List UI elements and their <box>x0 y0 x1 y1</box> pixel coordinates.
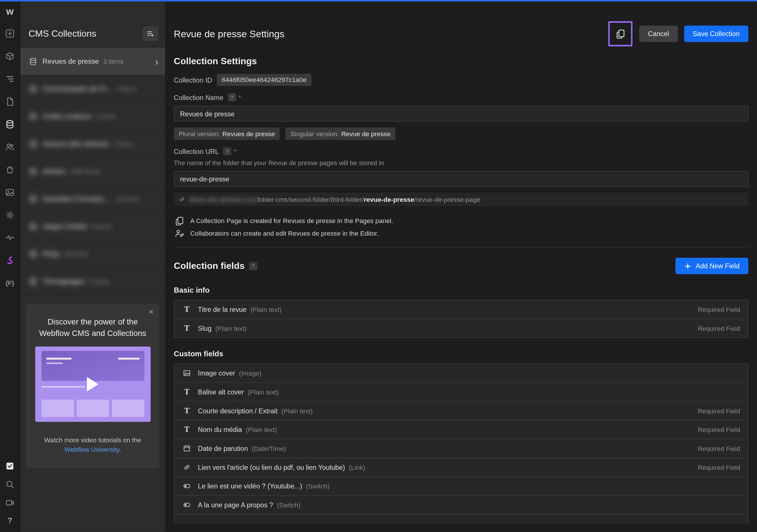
webflow-university-link[interactable]: Webflow University <box>65 446 119 453</box>
help-icon[interactable] <box>228 93 236 102</box>
field-type-icon <box>182 482 192 490</box>
collection-url-input[interactable] <box>174 171 748 187</box>
promo-card: Discover the power of the Webflow CMS an… <box>26 304 159 468</box>
play-icon[interactable] <box>87 377 98 391</box>
collection-name: Codes couleurs <box>43 112 91 120</box>
collection-stack-icon <box>29 277 37 286</box>
collection-list-item[interactable]: Communiqués de Pr... 4 items <box>20 76 165 103</box>
field-row[interactable]: Balise alt cover (Plain text) <box>174 382 748 402</box>
calendar-icon <box>183 445 191 452</box>
field-row[interactable]: Courte description / Extrait (Plain text… <box>174 401 748 420</box>
text-icon <box>184 406 190 415</box>
toolbar-checklist-button[interactable] <box>0 456 20 475</box>
collection-list-item[interactable]: Garanties Formules ... 12 items <box>20 185 165 213</box>
cancel-button[interactable]: Cancel <box>639 25 678 42</box>
collaborators-note: Collaborators can create and edit Revues… <box>174 229 748 238</box>
help-icon[interactable] <box>223 147 231 156</box>
collaborators-icon <box>175 229 184 238</box>
toolbar-add-button[interactable] <box>0 22 20 45</box>
collection-name: Communiqués de Pr... <box>43 85 112 93</box>
promo-title: Discover the power of the Webflow CMS an… <box>34 316 152 339</box>
toolbar-video-button[interactable] <box>0 493 20 512</box>
toolbar-pages-button[interactable] <box>0 90 20 113</box>
pages-copy-icon <box>175 216 184 225</box>
collection-url-helper: The name of the folder that your Revue d… <box>174 159 748 167</box>
field-label: A la une page A propos ? <box>198 501 273 509</box>
collection-page-note: A Collection Page is created for Revues … <box>174 216 748 225</box>
collection-name-input[interactable] <box>174 106 748 122</box>
pages-icon <box>6 97 15 106</box>
collection-item-content: Jargon Ombré 8 items <box>29 222 159 231</box>
field-label: Slug <box>198 325 211 332</box>
collection-list-item[interactable]: Auteurs (des articles) 2 items <box>20 130 165 158</box>
checklist-icon <box>6 461 15 470</box>
toolbar-cms-button[interactable] <box>0 113 20 136</box>
collection-fields-header: Collection fields Add New Field <box>174 258 748 274</box>
add-panel-icon <box>6 29 15 38</box>
field-row[interactable]: A la une page A propos ? (Switch) <box>174 495 748 515</box>
custom-field-rows: Image cover (Image) Balise alt <box>174 363 748 515</box>
collection-stack-icon <box>29 112 37 121</box>
field-row[interactable]: Titre de la revue (Plain text) Required … <box>174 300 748 319</box>
version-chips: Plural version: Revues de presse Singula… <box>174 128 748 140</box>
required-asterisk <box>234 147 236 155</box>
field-type-icon <box>182 388 192 396</box>
collection-name: Auteurs (des articles) <box>43 140 108 148</box>
toolbar-logic-button[interactable]: {F} <box>0 272 20 295</box>
collection-list-item[interactable]: Revues de presse 3 items <box>20 48 165 76</box>
toolbar-ecommerce-button[interactable] <box>0 158 20 181</box>
collection-stack-icon <box>29 85 37 93</box>
field-row[interactable]: Lien vers l'article (ou lien du pdf, ou … <box>174 457 748 477</box>
toolbar-help-button[interactable]: ? <box>0 512 20 530</box>
help-icon: ? <box>8 516 12 525</box>
settings-header: Revue de presse Settings Cancel Save Col… <box>166 0 757 48</box>
users-icon <box>6 142 15 152</box>
collection-list-item[interactable]: FAQs 26 items <box>20 240 165 268</box>
field-label: Balise alt cover <box>198 388 244 396</box>
collection-list-item[interactable]: Articles 2258 items <box>20 158 165 185</box>
field-row[interactable]: Image cover (Image) <box>174 363 748 383</box>
promo-caption: Watch more video tutorials on the Webflo… <box>34 435 152 454</box>
toolbar-apps-button[interactable] <box>0 249 20 272</box>
add-collection-button[interactable] <box>142 26 159 41</box>
field-row[interactable]: Slug (Plain text) Required Field <box>174 319 748 338</box>
collection-list-item[interactable]: Témoignages 5 items <box>20 268 165 296</box>
url-preview: demo-site-domain.com/folder-cms/second-f… <box>174 193 748 206</box>
link-icon <box>183 463 191 471</box>
collection-count: 12 items <box>116 195 140 203</box>
collection-count: 2 items <box>113 140 133 147</box>
collection-name: Jargon Ombré <box>43 222 87 230</box>
field-label: Date de parution <box>198 445 248 452</box>
required-badge: Required Field <box>698 325 740 332</box>
save-collection-button[interactable]: Save Collection <box>684 25 748 42</box>
collections-list: Revues de presse 3 items Communiqués de … <box>20 48 165 296</box>
field-row[interactable]: Le lien est une vidéo ? (Youtube...) (Sw… <box>174 476 748 496</box>
close-icon[interactable] <box>149 308 154 316</box>
collection-list-item[interactable]: Jargon Ombré 8 items <box>20 213 165 240</box>
duplicate-collection-button[interactable] <box>616 29 625 39</box>
collection-count: 26 items <box>65 250 88 257</box>
collection-count: 4 items <box>95 113 116 120</box>
toolbar-symbols-button[interactable] <box>0 45 20 68</box>
collection-item-content: Revues de presse 3 items <box>29 57 155 66</box>
text-icon <box>184 388 190 396</box>
collection-id-row: Collection ID 6446f050ee464246297c1a0e <box>174 74 748 86</box>
toolbar-assets-button[interactable] <box>0 181 20 204</box>
collection-name: Garanties Formules ... <box>43 195 112 203</box>
toolbar-audit-button[interactable] <box>0 227 20 249</box>
toolbar-navigator-button[interactable] <box>0 68 20 90</box>
left-toolbar: w <box>0 0 20 532</box>
toolbar-search-button[interactable] <box>0 475 20 493</box>
field-row[interactable]: Nom du média (Plain text) Required Field <box>174 420 748 439</box>
collection-list-item[interactable]: Codes couleurs 4 items <box>20 103 165 130</box>
url-slug: revue-de-presse <box>364 196 414 203</box>
video-thumbnail[interactable] <box>35 347 150 422</box>
section-divider <box>174 247 748 248</box>
switch-icon <box>183 482 191 490</box>
help-icon[interactable] <box>249 262 257 270</box>
toolbar-users-button[interactable] <box>0 136 20 158</box>
collection-name: Articles <box>43 168 65 175</box>
toolbar-settings-button[interactable] <box>0 204 20 227</box>
field-row[interactable]: Date de parution (Date/Time) Required Fi… <box>174 439 748 458</box>
add-new-field-button[interactable]: Add New Field <box>675 258 748 274</box>
